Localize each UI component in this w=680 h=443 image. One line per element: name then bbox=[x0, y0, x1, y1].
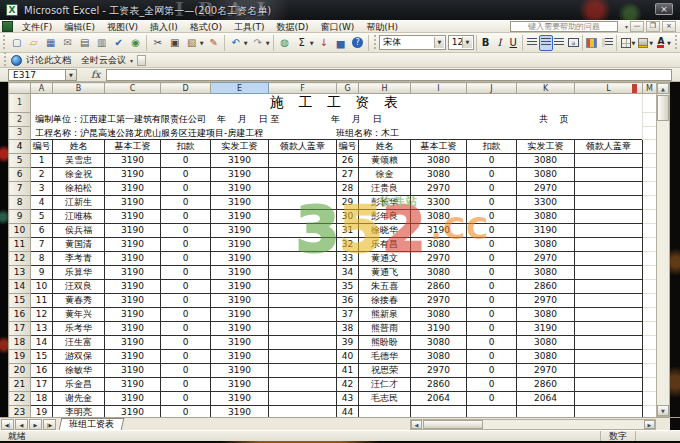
table-header-cell[interactable]: 领款人盖章 bbox=[575, 139, 643, 153]
cell[interactable]: 28 bbox=[337, 181, 359, 195]
cell[interactable]: 4 bbox=[31, 195, 53, 209]
cell[interactable]: 3190 bbox=[105, 153, 161, 167]
cell[interactable] bbox=[269, 307, 337, 321]
cell[interactable]: 44 bbox=[337, 405, 359, 417]
cell[interactable] bbox=[467, 405, 517, 417]
chart-wizard-icon[interactable]: ▅ bbox=[332, 35, 349, 51]
cell[interactable] bbox=[643, 391, 657, 405]
cell[interactable] bbox=[269, 195, 337, 209]
cell[interactable]: 3190 bbox=[211, 223, 269, 237]
cell[interactable]: 侯兵福 bbox=[53, 223, 105, 237]
bold-button[interactable]: B bbox=[479, 35, 493, 51]
cell[interactable]: 13 bbox=[31, 321, 53, 335]
cell[interactable]: 2860 bbox=[411, 377, 467, 391]
italic-button[interactable]: I bbox=[493, 35, 507, 51]
cell[interactable]: 8 bbox=[31, 251, 53, 265]
cell[interactable] bbox=[269, 335, 337, 349]
cell[interactable]: 江唯栋 bbox=[53, 209, 105, 223]
cell[interactable] bbox=[643, 265, 657, 279]
cell[interactable]: 0 bbox=[467, 237, 517, 251]
cell[interactable]: 3080 bbox=[517, 237, 575, 251]
cell[interactable]: 0 bbox=[161, 237, 211, 251]
row-header[interactable]: 20 bbox=[9, 363, 31, 377]
horizontal-scrollbar[interactable]: ◀ ▶ bbox=[410, 419, 656, 430]
cell[interactable]: 2860 bbox=[517, 377, 575, 391]
cell[interactable]: 朱五喜 bbox=[359, 279, 411, 293]
cell[interactable]: 3190 bbox=[211, 293, 269, 307]
cell[interactable] bbox=[575, 321, 643, 335]
cell[interactable] bbox=[411, 405, 467, 417]
cell[interactable]: 3190 bbox=[105, 391, 161, 405]
cell[interactable]: 毛德华 bbox=[359, 349, 411, 363]
cell[interactable]: 36 bbox=[337, 293, 359, 307]
cell[interactable] bbox=[643, 279, 657, 293]
row-header[interactable]: 10 bbox=[9, 223, 31, 237]
table-header-cell[interactable]: 编号 bbox=[337, 139, 359, 153]
name-box[interactable]: E317 bbox=[8, 69, 66, 81]
table-header-cell[interactable]: 实发工资 bbox=[517, 139, 575, 153]
row-header[interactable]: 6 bbox=[9, 167, 31, 181]
column-header-k[interactable]: K bbox=[517, 83, 575, 94]
table-header-cell[interactable]: 领款人盖章 bbox=[269, 139, 337, 153]
cell[interactable]: 0 bbox=[161, 153, 211, 167]
toolbar-grip[interactable] bbox=[373, 35, 377, 51]
cell[interactable]: 11 bbox=[31, 293, 53, 307]
cell[interactable]: 3080 bbox=[517, 265, 575, 279]
cell[interactable]: 徐金 bbox=[359, 167, 411, 181]
cell[interactable]: 3190 bbox=[105, 195, 161, 209]
cell[interactable]: 17 bbox=[31, 377, 53, 391]
row-header[interactable]: 1 bbox=[9, 94, 31, 113]
table-header-cell[interactable]: 扣款 bbox=[161, 139, 211, 153]
cell[interactable] bbox=[575, 279, 643, 293]
cell[interactable]: 3190 bbox=[105, 377, 161, 391]
cell[interactable]: 3190 bbox=[211, 251, 269, 265]
cell[interactable]: 彭年良 bbox=[359, 209, 411, 223]
cell[interactable]: 29 bbox=[337, 195, 359, 209]
cell[interactable]: 0 bbox=[161, 349, 211, 363]
cell[interactable]: 2064 bbox=[517, 391, 575, 405]
cell[interactable]: 2970 bbox=[517, 251, 575, 265]
cell[interactable] bbox=[359, 405, 411, 417]
cell[interactable]: 黄春秀 bbox=[53, 293, 105, 307]
tab-prev-icon[interactable]: ◀ bbox=[15, 419, 28, 430]
cell[interactable] bbox=[269, 251, 337, 265]
cell[interactable]: 3190 bbox=[105, 251, 161, 265]
cell[interactable] bbox=[575, 349, 643, 363]
cell[interactable]: 熊新泉 bbox=[359, 307, 411, 321]
cell[interactable] bbox=[269, 209, 337, 223]
row-header[interactable]: 19 bbox=[9, 349, 31, 363]
toolbar-options-handle[interactable] bbox=[137, 55, 146, 66]
cell[interactable]: 9 bbox=[31, 265, 53, 279]
cell[interactable]: 3190 bbox=[211, 181, 269, 195]
open-folder-icon[interactable]: ▱ bbox=[25, 35, 42, 51]
cell[interactable]: 0 bbox=[161, 279, 211, 293]
cell[interactable]: 李考青 bbox=[53, 251, 105, 265]
save-icon[interactable]: ▦ bbox=[42, 35, 59, 51]
cell[interactable]: 0 bbox=[467, 293, 517, 307]
cell[interactable] bbox=[643, 307, 657, 321]
cell[interactable]: 2970 bbox=[411, 181, 467, 195]
currency-style-button[interactable] bbox=[585, 35, 599, 51]
cell[interactable]: 0 bbox=[467, 209, 517, 223]
toolbar-options-handle[interactable] bbox=[674, 35, 678, 51]
cell[interactable]: 3190 bbox=[105, 181, 161, 195]
column-header-d[interactable]: D bbox=[161, 83, 211, 94]
cell[interactable]: 黄颂粮 bbox=[359, 153, 411, 167]
cell[interactable]: 2860 bbox=[517, 279, 575, 293]
cell[interactable]: 谢先金 bbox=[53, 391, 105, 405]
mail-icon[interactable]: ✉ bbox=[59, 35, 76, 51]
format-painter-icon[interactable]: ✎ bbox=[205, 35, 222, 51]
cell[interactable]: 3190 bbox=[211, 265, 269, 279]
scroll-right-icon[interactable]: ▶ bbox=[644, 420, 655, 429]
cell[interactable] bbox=[575, 251, 643, 265]
cell[interactable] bbox=[643, 181, 657, 195]
cell[interactable]: 黄国清 bbox=[53, 237, 105, 251]
tab-last-icon[interactable]: |▶ bbox=[43, 419, 56, 430]
chevron-down-icon[interactable]: ▼ bbox=[434, 37, 444, 48]
cell[interactable]: 0 bbox=[467, 153, 517, 167]
cell[interactable]: 0 bbox=[467, 377, 517, 391]
cell[interactable]: 3190 bbox=[211, 307, 269, 321]
cell[interactable]: 39 bbox=[337, 335, 359, 349]
cell[interactable]: 3080 bbox=[517, 349, 575, 363]
close-workbook-button[interactable]: × bbox=[662, 21, 676, 32]
